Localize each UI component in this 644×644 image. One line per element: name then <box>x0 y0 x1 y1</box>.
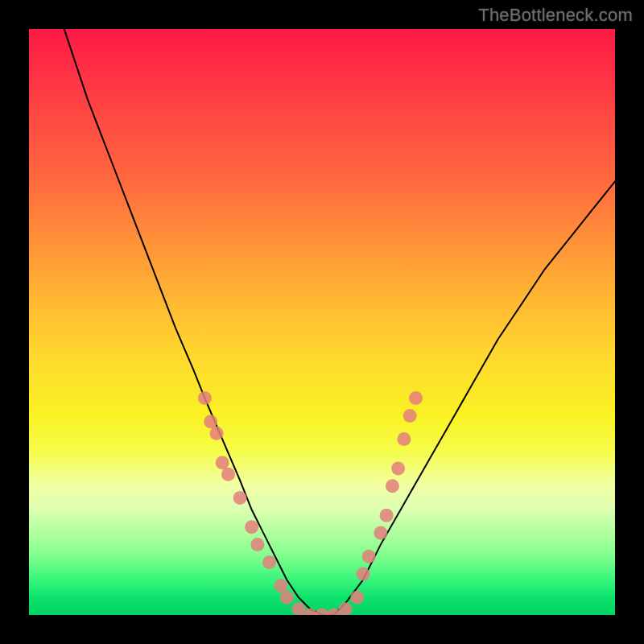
data-point <box>303 609 317 616</box>
data-point <box>210 427 224 440</box>
data-point <box>280 591 294 605</box>
data-point <box>386 479 399 493</box>
data-point <box>221 468 235 481</box>
plot-area <box>29 29 615 615</box>
chart-svg <box>29 29 615 615</box>
data-point <box>275 579 288 592</box>
data-point <box>403 409 417 423</box>
data-point <box>397 432 411 446</box>
data-point <box>245 520 258 534</box>
data-point <box>233 491 247 505</box>
data-point <box>374 526 387 540</box>
data-point <box>198 391 212 405</box>
data-point <box>409 391 423 405</box>
curve-line <box>64 29 615 615</box>
data-point <box>250 538 264 551</box>
watermark-text: TheBottleneck.com <box>478 5 633 26</box>
data-point <box>291 602 305 615</box>
data-point <box>316 609 329 616</box>
chart-frame: TheBottleneck.com <box>0 0 644 644</box>
data-point <box>262 555 276 569</box>
data-point <box>204 415 217 428</box>
data-point <box>362 550 376 564</box>
data-point <box>357 568 370 581</box>
data-point <box>391 462 405 476</box>
data-point <box>380 509 394 522</box>
data-point <box>339 602 353 615</box>
data-point <box>350 591 364 605</box>
data-point <box>216 456 229 469</box>
